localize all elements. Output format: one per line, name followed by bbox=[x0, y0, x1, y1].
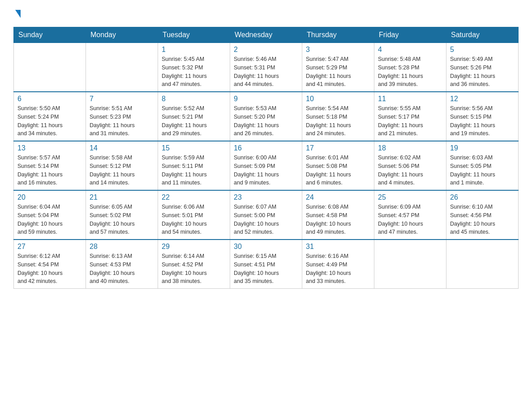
day-info: Sunrise: 6:05 AM Sunset: 5:02 PM Dayligh… bbox=[90, 203, 154, 236]
day-info: Sunrise: 5:55 AM Sunset: 5:17 PM Dayligh… bbox=[378, 104, 442, 138]
calendar-cell: 11Sunrise: 5:55 AM Sunset: 5:17 PM Dayli… bbox=[374, 92, 446, 141]
day-number: 13 bbox=[17, 144, 82, 152]
day-number: 17 bbox=[306, 144, 370, 152]
day-number: 15 bbox=[162, 144, 226, 152]
weekday-header-friday: Friday bbox=[374, 27, 446, 43]
weekday-header-saturday: Saturday bbox=[446, 27, 519, 43]
day-info: Sunrise: 5:53 AM Sunset: 5:20 PM Dayligh… bbox=[234, 104, 298, 138]
day-info: Sunrise: 6:16 AM Sunset: 4:49 PM Dayligh… bbox=[306, 252, 370, 286]
day-info: Sunrise: 5:58 AM Sunset: 5:12 PM Dayligh… bbox=[90, 154, 154, 187]
day-info: Sunrise: 5:57 AM Sunset: 5:14 PM Dayligh… bbox=[17, 154, 82, 187]
day-number: 31 bbox=[306, 243, 370, 251]
page-header bbox=[13, 9, 519, 18]
calendar-cell: 12Sunrise: 5:56 AM Sunset: 5:15 PM Dayli… bbox=[446, 92, 519, 141]
weekday-header-row: SundayMondayTuesdayWednesdayThursdayFrid… bbox=[14, 27, 519, 43]
calendar-cell: 26Sunrise: 6:10 AM Sunset: 4:56 PM Dayli… bbox=[446, 190, 519, 240]
day-number: 27 bbox=[17, 243, 82, 251]
day-info: Sunrise: 6:02 AM Sunset: 5:06 PM Dayligh… bbox=[378, 154, 442, 187]
day-info: Sunrise: 5:50 AM Sunset: 5:24 PM Dayligh… bbox=[17, 104, 82, 138]
day-info: Sunrise: 6:00 AM Sunset: 5:09 PM Dayligh… bbox=[234, 154, 298, 187]
calendar-cell: 8Sunrise: 5:52 AM Sunset: 5:21 PM Daylig… bbox=[158, 92, 230, 141]
day-info: Sunrise: 6:10 AM Sunset: 4:56 PM Dayligh… bbox=[450, 203, 515, 236]
day-info: Sunrise: 6:13 AM Sunset: 4:53 PM Dayligh… bbox=[90, 252, 154, 286]
weekday-header-tuesday: Tuesday bbox=[158, 27, 230, 43]
day-info: Sunrise: 5:54 AM Sunset: 5:18 PM Dayligh… bbox=[306, 104, 370, 138]
day-number: 16 bbox=[234, 144, 298, 152]
calendar-cell: 9Sunrise: 5:53 AM Sunset: 5:20 PM Daylig… bbox=[230, 92, 302, 141]
day-number: 7 bbox=[90, 95, 154, 103]
calendar-cell: 29Sunrise: 6:14 AM Sunset: 4:52 PM Dayli… bbox=[158, 240, 230, 289]
day-number: 22 bbox=[162, 193, 226, 201]
day-number: 19 bbox=[450, 144, 515, 152]
calendar-week-row: 6Sunrise: 5:50 AM Sunset: 5:24 PM Daylig… bbox=[14, 92, 519, 141]
calendar-cell: 10Sunrise: 5:54 AM Sunset: 5:18 PM Dayli… bbox=[302, 92, 374, 141]
calendar-week-row: 27Sunrise: 6:12 AM Sunset: 4:54 PM Dayli… bbox=[14, 240, 519, 289]
day-number: 26 bbox=[450, 193, 515, 201]
calendar-cell: 23Sunrise: 6:07 AM Sunset: 5:00 PM Dayli… bbox=[230, 190, 302, 240]
weekday-header-wednesday: Wednesday bbox=[230, 27, 302, 43]
day-info: Sunrise: 6:15 AM Sunset: 4:51 PM Dayligh… bbox=[234, 252, 298, 286]
calendar-cell: 27Sunrise: 6:12 AM Sunset: 4:54 PM Dayli… bbox=[14, 240, 86, 289]
day-number: 11 bbox=[378, 95, 442, 103]
day-info: Sunrise: 6:12 AM Sunset: 4:54 PM Dayligh… bbox=[17, 252, 82, 286]
calendar-cell: 15Sunrise: 5:59 AM Sunset: 5:11 PM Dayli… bbox=[158, 141, 230, 190]
day-info: Sunrise: 6:01 AM Sunset: 5:08 PM Dayligh… bbox=[306, 154, 370, 187]
day-number: 12 bbox=[450, 95, 515, 103]
day-info: Sunrise: 6:04 AM Sunset: 5:04 PM Dayligh… bbox=[17, 203, 82, 236]
calendar-cell bbox=[374, 240, 446, 289]
day-info: Sunrise: 5:59 AM Sunset: 5:11 PM Dayligh… bbox=[162, 154, 226, 187]
day-info: Sunrise: 5:49 AM Sunset: 5:26 PM Dayligh… bbox=[450, 55, 515, 89]
day-number: 1 bbox=[162, 46, 226, 54]
day-info: Sunrise: 6:03 AM Sunset: 5:05 PM Dayligh… bbox=[450, 154, 515, 187]
day-info: Sunrise: 5:51 AM Sunset: 5:23 PM Dayligh… bbox=[90, 104, 154, 138]
day-number: 21 bbox=[90, 193, 154, 201]
day-info: Sunrise: 5:52 AM Sunset: 5:21 PM Dayligh… bbox=[162, 104, 226, 138]
day-info: Sunrise: 6:14 AM Sunset: 4:52 PM Dayligh… bbox=[162, 252, 226, 286]
calendar-cell: 7Sunrise: 5:51 AM Sunset: 5:23 PM Daylig… bbox=[86, 92, 158, 141]
calendar-table: SundayMondayTuesdayWednesdayThursdayFrid… bbox=[13, 27, 519, 289]
calendar-cell: 6Sunrise: 5:50 AM Sunset: 5:24 PM Daylig… bbox=[14, 92, 86, 141]
day-number: 30 bbox=[234, 243, 298, 251]
day-number: 4 bbox=[378, 46, 442, 54]
calendar-cell: 24Sunrise: 6:08 AM Sunset: 4:58 PM Dayli… bbox=[302, 190, 374, 240]
day-number: 5 bbox=[450, 46, 515, 54]
day-number: 29 bbox=[162, 243, 226, 251]
calendar-cell bbox=[446, 240, 519, 289]
day-info: Sunrise: 5:47 AM Sunset: 5:29 PM Dayligh… bbox=[306, 55, 370, 89]
day-info: Sunrise: 6:06 AM Sunset: 5:01 PM Dayligh… bbox=[162, 203, 226, 236]
weekday-header-sunday: Sunday bbox=[14, 27, 86, 43]
weekday-header-monday: Monday bbox=[86, 27, 158, 43]
day-number: 9 bbox=[234, 95, 298, 103]
calendar-cell: 28Sunrise: 6:13 AM Sunset: 4:53 PM Dayli… bbox=[86, 240, 158, 289]
logo bbox=[13, 9, 21, 18]
day-number: 24 bbox=[306, 193, 370, 201]
day-number: 10 bbox=[306, 95, 370, 103]
day-info: Sunrise: 6:07 AM Sunset: 5:00 PM Dayligh… bbox=[234, 203, 298, 236]
calendar-cell: 5Sunrise: 5:49 AM Sunset: 5:26 PM Daylig… bbox=[446, 43, 519, 92]
day-info: Sunrise: 5:56 AM Sunset: 5:15 PM Dayligh… bbox=[450, 104, 515, 138]
day-number: 6 bbox=[17, 95, 82, 103]
calendar-cell: 16Sunrise: 6:00 AM Sunset: 5:09 PM Dayli… bbox=[230, 141, 302, 190]
day-number: 28 bbox=[90, 243, 154, 251]
calendar-cell: 1Sunrise: 5:45 AM Sunset: 5:32 PM Daylig… bbox=[158, 43, 230, 92]
calendar-cell: 4Sunrise: 5:48 AM Sunset: 5:28 PM Daylig… bbox=[374, 43, 446, 92]
day-number: 20 bbox=[17, 193, 82, 201]
calendar-cell: 25Sunrise: 6:09 AM Sunset: 4:57 PM Dayli… bbox=[374, 190, 446, 240]
calendar-cell: 17Sunrise: 6:01 AM Sunset: 5:08 PM Dayli… bbox=[302, 141, 374, 190]
calendar-cell: 2Sunrise: 5:46 AM Sunset: 5:31 PM Daylig… bbox=[230, 43, 302, 92]
day-number: 25 bbox=[378, 193, 442, 201]
calendar-cell: 22Sunrise: 6:06 AM Sunset: 5:01 PM Dayli… bbox=[158, 190, 230, 240]
day-info: Sunrise: 5:48 AM Sunset: 5:28 PM Dayligh… bbox=[378, 55, 442, 89]
day-number: 3 bbox=[306, 46, 370, 54]
calendar-week-row: 13Sunrise: 5:57 AM Sunset: 5:14 PM Dayli… bbox=[14, 141, 519, 190]
calendar-cell bbox=[86, 43, 158, 92]
calendar-cell: 19Sunrise: 6:03 AM Sunset: 5:05 PM Dayli… bbox=[446, 141, 519, 190]
day-number: 23 bbox=[234, 193, 298, 201]
calendar-cell: 3Sunrise: 5:47 AM Sunset: 5:29 PM Daylig… bbox=[302, 43, 374, 92]
calendar-cell: 31Sunrise: 6:16 AM Sunset: 4:49 PM Dayli… bbox=[302, 240, 374, 289]
day-info: Sunrise: 6:09 AM Sunset: 4:57 PM Dayligh… bbox=[378, 203, 442, 236]
calendar-cell: 18Sunrise: 6:02 AM Sunset: 5:06 PM Dayli… bbox=[374, 141, 446, 190]
day-info: Sunrise: 5:46 AM Sunset: 5:31 PM Dayligh… bbox=[234, 55, 298, 89]
weekday-header-thursday: Thursday bbox=[302, 27, 374, 43]
calendar-week-row: 1Sunrise: 5:45 AM Sunset: 5:32 PM Daylig… bbox=[14, 43, 519, 92]
